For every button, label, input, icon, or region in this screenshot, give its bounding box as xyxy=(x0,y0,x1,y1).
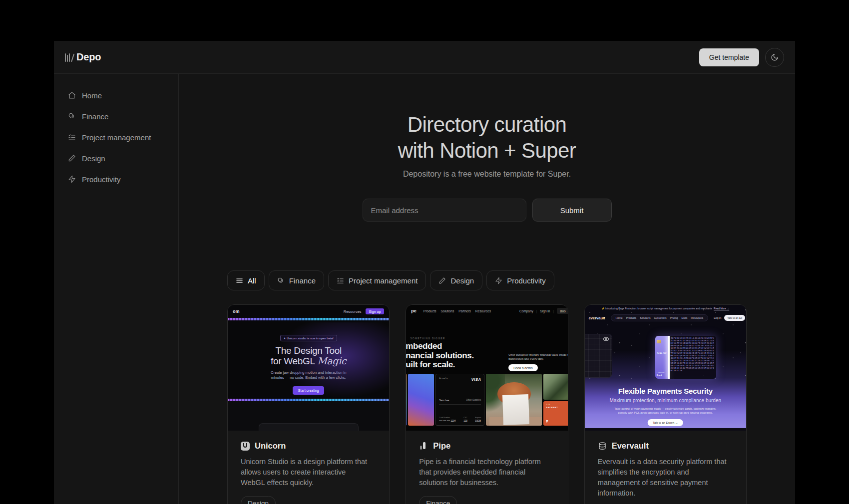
preview-footer-strip xyxy=(585,428,746,431)
preview-heading: The Design Tool for WebGL Magic xyxy=(271,345,346,366)
menu-icon xyxy=(236,277,243,284)
collage-side-column: 1:23 PAYMENT xyxy=(543,374,567,426)
preview-card-center: 4311 59 Card holder Frank J8F2B09SD3E5X1… xyxy=(655,336,716,379)
app-logo-text: Depo xyxy=(76,51,101,63)
collage-tile-gradient xyxy=(408,374,434,426)
preview-heading-accent: Magic xyxy=(317,355,346,366)
card-info: Pipe Pipe is a financial technology plat… xyxy=(406,431,567,504)
card-tag[interactable]: Finance xyxy=(419,496,457,504)
unicorn-preview-image: om Resources Sign up ✦ Unicorn.studio is… xyxy=(228,305,389,431)
card-unicorn[interactable]: om Resources Sign up ✦ Unicorn.studio is… xyxy=(227,304,390,504)
filter-all[interactable]: All xyxy=(227,270,265,290)
sidebar-item-productivity[interactable]: Productivity xyxy=(54,169,178,190)
sidebar-item-project-management[interactable]: Project management xyxy=(54,127,178,148)
checklist-icon xyxy=(337,277,344,284)
preview-collage: Acme Inc. VISA Sam Lee Office Supplies xyxy=(406,374,567,426)
credit-card-front: 4311 59 Card holder Frank xyxy=(655,336,668,379)
preview-nav-item: Resources xyxy=(691,316,703,319)
card-title-row: Evervault xyxy=(598,441,733,451)
filter-label: All xyxy=(248,276,256,285)
visa-card-top: Acme Inc. VISA xyxy=(439,377,481,382)
category-filters: All Finance Project management Design xyxy=(227,270,747,290)
preview-menu: Products Solutions Partners Resources xyxy=(424,309,491,313)
gradient-strip xyxy=(228,318,389,320)
filter-design[interactable]: Design xyxy=(430,270,482,290)
preview-nav-right: Company | Sign in | Boo xyxy=(519,308,563,314)
card-title: Evervault xyxy=(612,441,649,451)
card-description: Evervault is a data security platform th… xyxy=(598,457,728,499)
evervault-logo-icon xyxy=(598,442,607,451)
preview-brand: pe xyxy=(411,308,417,313)
card-title-row: Pipe xyxy=(419,441,554,451)
evervault-preview-image: ⚡ Introducing Page Protection: browser s… xyxy=(585,305,746,431)
card-title: Pipe xyxy=(433,441,450,451)
card-title-row: Unicorn xyxy=(241,441,376,451)
visa-number-value: •••• •••• •••• 1234 xyxy=(439,420,455,422)
collage-tile-photo-person xyxy=(486,374,542,426)
card-tag[interactable]: Design xyxy=(241,496,276,504)
submit-button[interactable]: Submit xyxy=(532,199,612,222)
sidebar-item-design[interactable]: Design xyxy=(54,148,178,169)
coins-icon xyxy=(277,277,285,284)
preview-card-left xyxy=(585,334,612,378)
filter-project-management[interactable]: Project management xyxy=(328,270,426,290)
visa-expiry-block: Expires 03/28 xyxy=(475,417,481,422)
card-chip xyxy=(657,340,661,343)
preview-paragraph-line2: minutes — no code. Embed with a few clic… xyxy=(271,375,346,380)
depo-logo-icon xyxy=(65,53,72,62)
collage-tile-plant xyxy=(543,374,567,400)
theme-toggle-button[interactable] xyxy=(765,48,784,67)
preview-paragraph: Offer customer-friendly financial tools … xyxy=(508,353,567,361)
card-description: Pipe is a financial technology platform … xyxy=(419,457,549,488)
get-template-button[interactable]: Get template xyxy=(699,48,759,66)
preview-heading-line1: The Design Tool xyxy=(271,345,346,356)
unicorn-logo-icon xyxy=(241,442,250,451)
visa-expiry-label: Expires xyxy=(475,417,481,419)
top-header: Depo Get template xyxy=(54,41,795,74)
card-description: Unicorn Studio is a design platform that… xyxy=(241,457,371,488)
email-input[interactable] xyxy=(363,199,526,222)
preview-eyebrow: SOMETHING BIGGER xyxy=(410,337,445,340)
app-logo[interactable]: Depo xyxy=(65,51,101,63)
header-actions: Get template xyxy=(699,48,784,67)
preview-brand: om xyxy=(233,309,240,314)
filter-productivity[interactable]: Productivity xyxy=(486,270,554,290)
preview-nav-item: Docs xyxy=(681,316,687,319)
preview-nav-item: Products xyxy=(626,316,636,319)
sidebar-item-finance[interactable]: Finance xyxy=(54,106,178,127)
pencil-icon xyxy=(68,154,76,162)
sidebar-item-home[interactable]: Home xyxy=(54,85,178,106)
filter-finance[interactable]: Finance xyxy=(269,270,324,290)
preview-paragraph: Create jaw-dropping motion and interacti… xyxy=(271,370,346,380)
page-subtitle: Depository is a free website template fo… xyxy=(179,170,795,179)
preview-heading-line2: for WebGL Magic xyxy=(271,356,346,366)
filter-label: Finance xyxy=(289,276,316,285)
orange-tile-label: PAYMENT xyxy=(546,406,567,409)
page-title-line1: Directory curation xyxy=(179,112,795,138)
preview-paragraph-line1: Offer customer-friendly financial tools … xyxy=(508,353,567,357)
preview-nav: om Resources Sign up xyxy=(228,305,389,318)
preview-nav: pe Products Solutions Partners Resources… xyxy=(406,305,567,317)
sidebar-item-label: Design xyxy=(82,154,105,163)
filter-label: Productivity xyxy=(507,276,546,285)
card-evervault[interactable]: ⚡ Introducing Page Protection: browser s… xyxy=(584,304,747,504)
encrypted-matrix: J8F2B09SD3E5X1LQ4K6AE0CHW9MZV27RD5KP1XT8… xyxy=(670,336,716,379)
page-title: Directory curation with Notion + Super xyxy=(179,112,795,164)
visa-card-mid: Sam Lee Office Supplies xyxy=(439,399,481,405)
pipe-logo-icon xyxy=(419,442,428,451)
app-window: Depo Get template Home Finance Project m… xyxy=(54,41,795,504)
checklist-icon xyxy=(68,133,76,141)
card-pipe[interactable]: pe Products Solutions Partners Resources… xyxy=(406,304,568,504)
orange-tile-time: 1:23 xyxy=(546,403,567,406)
preview-cta-button: Book a demo xyxy=(508,364,537,371)
collage-tile-visa-card: Acme Inc. VISA Sam Lee Office Supplies xyxy=(435,374,484,426)
preview-nav: evervault Home Products Solutions Custom… xyxy=(585,313,746,323)
preview-nav-link: Resources xyxy=(344,309,362,314)
visa-expiry-value: 03/28 xyxy=(475,420,481,422)
preview-nav-item: Partners xyxy=(458,309,471,313)
preview-heading: Flexible Payments Security xyxy=(585,387,746,395)
divider: | xyxy=(553,309,554,313)
visa-card-bottom: Card Number •••• •••• •••• 1234 CVC 123 xyxy=(439,417,481,422)
preview-cta-button: Talk to an Expert → xyxy=(648,419,683,426)
coins-icon xyxy=(68,112,76,120)
